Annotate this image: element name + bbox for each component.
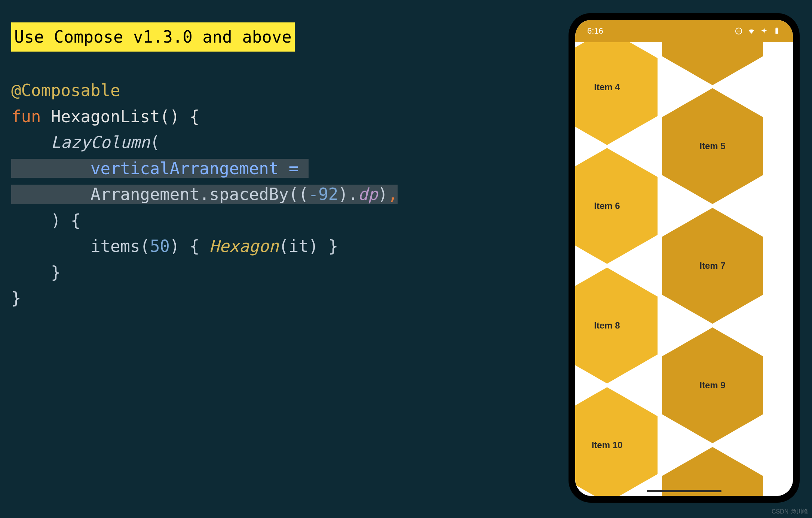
status-time: 6:16 bbox=[587, 26, 603, 36]
hexagon-item[interactable]: Item 8 bbox=[575, 268, 658, 383]
code-area: Use Compose v1.3.0 and above @Composable… bbox=[11, 22, 398, 311]
hexagon-item[interactable]: Item 3 bbox=[662, 42, 763, 85]
status-icons bbox=[735, 27, 781, 35]
hexagon-list[interactable]: Item 3Item 4Item 5Item 6Item 7Item 8Item… bbox=[575, 42, 793, 496]
arrangement-spacedby: Arrangement.spacedBy(( bbox=[91, 185, 309, 204]
hexagon-call: Hexagon bbox=[209, 237, 279, 256]
hexagon-item[interactable]: Item 9 bbox=[662, 327, 763, 443]
svg-rect-2 bbox=[775, 28, 778, 34]
annotation: @Composable bbox=[11, 81, 120, 100]
close-lazy-paren: ) { bbox=[11, 211, 80, 230]
hexagon-item[interactable] bbox=[662, 447, 763, 496]
vertical-arrangement-param: verticalArrangement = bbox=[91, 159, 309, 178]
wifi-icon bbox=[747, 27, 756, 35]
phone-frame: 6:16 Item 3Item 4Item 5Item 6Item 7Item … bbox=[569, 13, 800, 503]
hexagon-item[interactable]: Item 10 bbox=[575, 387, 658, 496]
hexagon-item[interactable]: Item 4 bbox=[575, 42, 658, 145]
dnd-icon bbox=[735, 27, 743, 35]
hexagon-item[interactable]: Item 6 bbox=[575, 148, 658, 264]
negative-92: -92 bbox=[309, 185, 338, 204]
keyword-fun: fun bbox=[11, 107, 41, 126]
hexagon-item[interactable]: Item 7 bbox=[662, 208, 763, 324]
airplane-icon bbox=[760, 27, 768, 35]
svg-rect-3 bbox=[776, 28, 778, 28]
function-signature: HexagonList() { bbox=[41, 107, 199, 126]
lazycolumn-call: LazyColumn bbox=[51, 133, 150, 152]
phone-screen: 6:16 Item 3Item 4Item 5Item 6Item 7Item … bbox=[575, 20, 793, 496]
hexagon-item[interactable]: Item 5 bbox=[662, 88, 763, 204]
count-50: 50 bbox=[150, 237, 170, 256]
battery-icon bbox=[773, 27, 781, 35]
home-indicator[interactable] bbox=[647, 490, 721, 492]
status-bar: 6:16 bbox=[575, 20, 793, 42]
version-banner: Use Compose v1.3.0 and above bbox=[11, 22, 295, 52]
dp-extension: dp bbox=[358, 185, 378, 204]
watermark: CSDN @川峰 bbox=[772, 508, 808, 516]
